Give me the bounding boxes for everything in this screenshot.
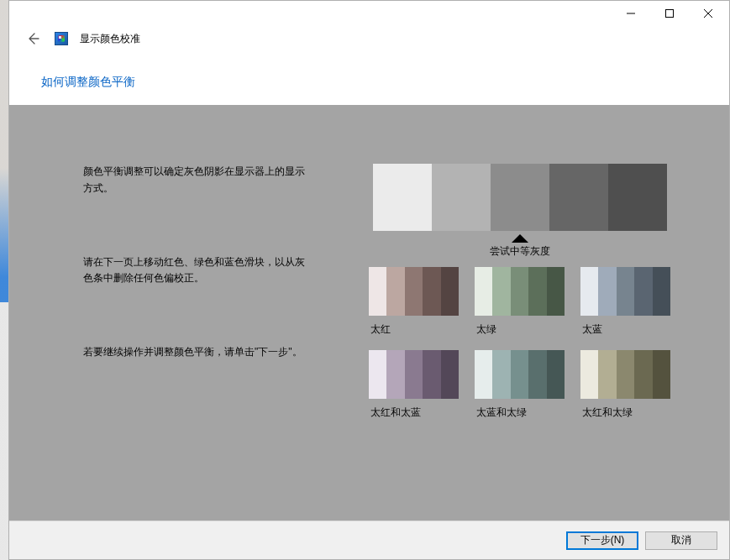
calibration-window: 显示颜色校准 如何调整颜色平衡 颜色平衡调整可以确定灰色阴影在显示器上的显示方式… (8, 0, 730, 560)
color-cast-sample (369, 350, 460, 399)
maximize-button[interactable] (650, 2, 689, 25)
swatch (386, 267, 405, 316)
swatch (547, 267, 565, 316)
swatch (405, 267, 423, 316)
color-cast-sample (475, 350, 565, 399)
swatch (617, 350, 635, 399)
swatch (369, 350, 387, 399)
swatch (369, 267, 387, 316)
swatch (405, 350, 423, 399)
color-cast-label: 太红和太绿 (580, 404, 671, 428)
swatch (441, 267, 460, 316)
wizard-footer: 下一步(N) 取消 (9, 521, 729, 559)
description-para-3: 若要继续操作并调整颜色平衡，请单击"下一步"。 (83, 344, 310, 361)
app-icon (55, 32, 68, 45)
swatch (528, 267, 547, 316)
samples-column: 尝试中等灰度 太红太绿太蓝太红和太蓝太蓝和太绿太红和太绿 (339, 164, 701, 504)
color-cast-label: 太绿 (475, 321, 565, 345)
next-button[interactable]: 下一步(N) (566, 531, 638, 550)
svg-rect-0 (666, 10, 674, 18)
next-button-label: 下一步(N) (580, 533, 625, 547)
swatch (491, 164, 549, 231)
main-gray-sample (373, 164, 667, 231)
swatch (653, 350, 671, 399)
back-button[interactable] (23, 29, 43, 49)
swatch (492, 267, 511, 316)
main-sample-label: 尝试中等灰度 (490, 244, 550, 259)
wizard-header: 显示颜色校准 (9, 26, 729, 56)
swatch (423, 267, 441, 316)
description-para-2: 请在下一页上移动红色、绿色和蓝色滑块，以从灰色条中删除任何色偏校正。 (83, 254, 310, 288)
swatch (580, 267, 599, 316)
maximize-icon (665, 9, 674, 18)
swatch (580, 350, 599, 399)
sample-grid: 太红太绿太蓝太红和太蓝太蓝和太绿太红和太绿 (369, 267, 671, 428)
cancel-button-label: 取消 (671, 533, 691, 547)
cancel-button[interactable]: 取消 (645, 531, 717, 550)
color-cast-sample (475, 267, 565, 316)
swatch (492, 350, 511, 399)
swatch (528, 350, 547, 399)
swatch (475, 267, 493, 316)
description-column: 颜色平衡调整可以确定灰色阴影在显示器上的显示方式。 请在下一页上移动红色、绿色和… (83, 164, 310, 504)
swatch (386, 350, 405, 399)
color-cast-label: 太红和太蓝 (369, 404, 460, 428)
swatch (634, 350, 653, 399)
color-cast-label: 太蓝 (580, 321, 671, 345)
pointer-triangle-icon (512, 234, 528, 243)
swatch (653, 267, 671, 316)
swatch (598, 267, 617, 316)
window-titlebar (9, 1, 729, 26)
close-button[interactable] (689, 2, 727, 25)
color-cast-sample (580, 267, 671, 316)
swatch (617, 267, 635, 316)
swatch (475, 350, 493, 399)
back-arrow-icon (26, 32, 39, 45)
color-cast-label: 太蓝和太绿 (475, 404, 565, 428)
swatch (373, 164, 432, 231)
swatch (432, 164, 491, 231)
swatch (549, 164, 608, 231)
swatch (511, 267, 529, 316)
body-panel: 颜色平衡调整可以确定灰色阴影在显示器上的显示方式。 请在下一页上移动红色、绿色和… (9, 105, 729, 521)
color-cast-sample (369, 267, 460, 316)
minimize-button[interactable] (612, 2, 650, 25)
close-icon (704, 9, 712, 18)
swatch (598, 350, 617, 399)
swatch (608, 164, 667, 231)
swatch (441, 350, 460, 399)
content-header: 如何调整颜色平衡 (9, 56, 729, 105)
swatch (511, 350, 529, 399)
swatch (634, 267, 653, 316)
color-cast-label: 太红 (369, 321, 460, 345)
swatch (547, 350, 565, 399)
page-title: 如何调整颜色平衡 (41, 75, 697, 90)
swatch (423, 350, 441, 399)
app-title: 显示颜色校准 (80, 32, 140, 46)
minimize-icon (627, 9, 635, 18)
background-edge (0, 0, 8, 560)
color-cast-sample (580, 350, 671, 399)
description-para-1: 颜色平衡调整可以确定灰色阴影在显示器上的显示方式。 (83, 164, 310, 197)
